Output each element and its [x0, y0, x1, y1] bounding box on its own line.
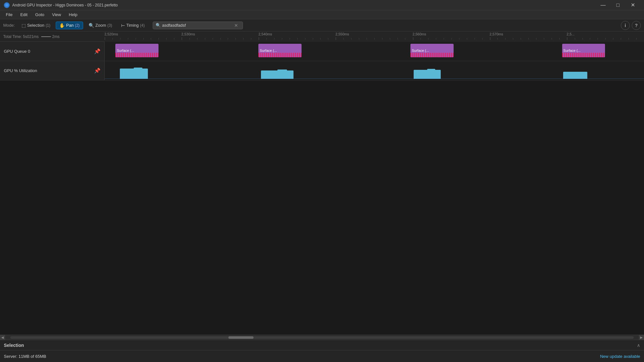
pin-icon[interactable]: 📌: [94, 48, 101, 54]
ruler-subtick: [266, 38, 267, 40]
total-time-label: Total Time: 5s021ms: [3, 34, 39, 39]
window-title: Android GPU Inspector - Higgs Dominoes -…: [12, 3, 596, 7]
timing-icon: ⊢: [121, 23, 125, 28]
ruler-subtick: [143, 38, 144, 40]
zoom-key: (3): [107, 23, 112, 28]
ruler-mark: 2,570ms: [490, 32, 503, 40]
scroll-right-button[interactable]: ▶: [639, 335, 644, 340]
util-pin-icon[interactable]: 📌: [94, 68, 101, 74]
ruler-subtick: [436, 38, 436, 40]
selection-header[interactable]: Selection ∧: [0, 340, 644, 350]
surface-block[interactable]: Surface (...: [115, 44, 159, 57]
ruler-label: 2,570ms: [490, 32, 503, 36]
ruler-label: 2,540ms: [258, 32, 272, 36]
ruler-subtick: [613, 38, 613, 40]
gpu-util-content[interactable]: [105, 61, 644, 80]
mode-selection-button[interactable]: ⬚ Selection (1): [18, 22, 54, 29]
menu-goto[interactable]: Goto: [32, 11, 47, 18]
ruler-subtick: [590, 38, 590, 40]
ruler-subtick: [398, 38, 398, 40]
surface-block-stripes: [410, 53, 454, 57]
scroll-track[interactable]: [10, 336, 634, 339]
timing-key: (4): [140, 23, 145, 28]
selection-title: Selection: [4, 343, 637, 348]
ruler-subtick: [151, 38, 151, 40]
scale-indicator: 2ms: [41, 34, 60, 39]
mode-pan-button[interactable]: ✋ Pan (2): [56, 22, 83, 29]
ruler-subtick: [367, 38, 367, 40]
search-box[interactable]: 🔍 ✕: [153, 22, 243, 29]
selection-label: Selection: [27, 23, 44, 28]
ruler-subtick: [235, 38, 236, 40]
scroll-left-button[interactable]: ◀: [0, 335, 5, 340]
ruler-subtick: [582, 38, 583, 40]
ruler-subtick: [636, 38, 637, 40]
ruler-mark: 2,530ms: [182, 32, 195, 40]
ruler-tick: [182, 37, 182, 40]
menu-edit[interactable]: Edit: [17, 11, 31, 18]
search-input[interactable]: [162, 23, 233, 28]
ruler-subtick: [128, 38, 128, 40]
selection-content: Server: 11MB of 65MB New update availabl…: [0, 350, 644, 362]
menu-view[interactable]: View: [49, 11, 64, 18]
info-button[interactable]: i: [621, 21, 630, 30]
surface-block[interactable]: Surface (...: [410, 44, 454, 57]
scroll-thumb[interactable]: [228, 336, 253, 339]
pan-key: (2): [75, 23, 80, 28]
surface-block-label: Surface (...: [410, 49, 430, 52]
ruler-subtick: [605, 38, 606, 40]
menu-help[interactable]: Help: [66, 11, 81, 18]
collapse-icon[interactable]: ∧: [637, 343, 640, 348]
time-total: Total Time: 5s021ms 2ms: [0, 34, 105, 39]
search-clear-button[interactable]: ✕: [234, 23, 238, 28]
selection-key: (1): [46, 23, 51, 28]
update-link[interactable]: New update available: [600, 354, 640, 359]
ruler-tick: [413, 37, 413, 40]
ruler-mark: 2,560ms: [413, 32, 426, 40]
pan-icon: ✋: [59, 23, 65, 28]
maximize-button[interactable]: □: [610, 0, 625, 10]
ruler-subtick: [243, 38, 244, 40]
ruler-mark: 2,520ms: [105, 32, 118, 40]
toolbar: Mode: ⬚ Selection (1) ✋ Pan (2) 🔍 Zoom (…: [0, 19, 644, 32]
mode-zoom-button[interactable]: 🔍 Zoom (3): [85, 22, 116, 29]
app-icon: [4, 2, 10, 8]
ruler-subtick: [228, 38, 228, 40]
empty-area: [0, 80, 644, 335]
menu-file[interactable]: File: [3, 11, 16, 18]
server-value: 11MB of 65MB: [19, 354, 46, 359]
bottom-panel: Selection ∧ Server: 11MB of 65MB New upd…: [0, 340, 644, 362]
ruler-subtick: [521, 38, 521, 40]
ruler-subtick: [282, 38, 282, 40]
tracks-area: GPU Queue 0 📌 Surface (... Surface (... …: [0, 42, 644, 335]
surface-block[interactable]: Surface (...: [562, 44, 605, 57]
close-button[interactable]: ✕: [625, 0, 640, 10]
ruler-subtick: [166, 38, 167, 40]
minimize-button[interactable]: —: [596, 0, 610, 10]
ruler-subtick: [505, 38, 505, 40]
ruler-subtick: [629, 38, 629, 40]
mode-timing-button[interactable]: ⊢ Timing (4): [118, 22, 148, 29]
util-baseline: [105, 79, 644, 79]
gpu-queue-content[interactable]: Surface (... Surface (... Surface (... S…: [105, 42, 644, 61]
ruler-subtick: [174, 38, 174, 40]
ruler-subtick: [405, 38, 405, 40]
ruler-subtick: [459, 38, 459, 40]
ruler-subtick: [528, 38, 529, 40]
ruler-label: 2,550ms: [335, 32, 349, 36]
ruler-subtick: [475, 38, 475, 40]
scale-bar: [41, 36, 51, 37]
surface-block[interactable]: Surface (...: [258, 44, 302, 57]
util-bar-secondary: [134, 68, 142, 79]
ruler-subtick: [136, 38, 136, 40]
ruler-subtick: [467, 38, 467, 40]
ruler-subtick: [313, 38, 313, 40]
help-button[interactable]: ?: [632, 21, 641, 30]
surface-block-label: Surface (...: [258, 49, 278, 52]
ruler-subtick: [482, 38, 483, 40]
window-controls: — □ ✕: [596, 0, 640, 10]
ruler-subtick: [159, 38, 159, 40]
ruler-subtick: [559, 38, 560, 40]
ruler-subtick: [536, 38, 536, 40]
ruler-subtick: [120, 38, 120, 40]
